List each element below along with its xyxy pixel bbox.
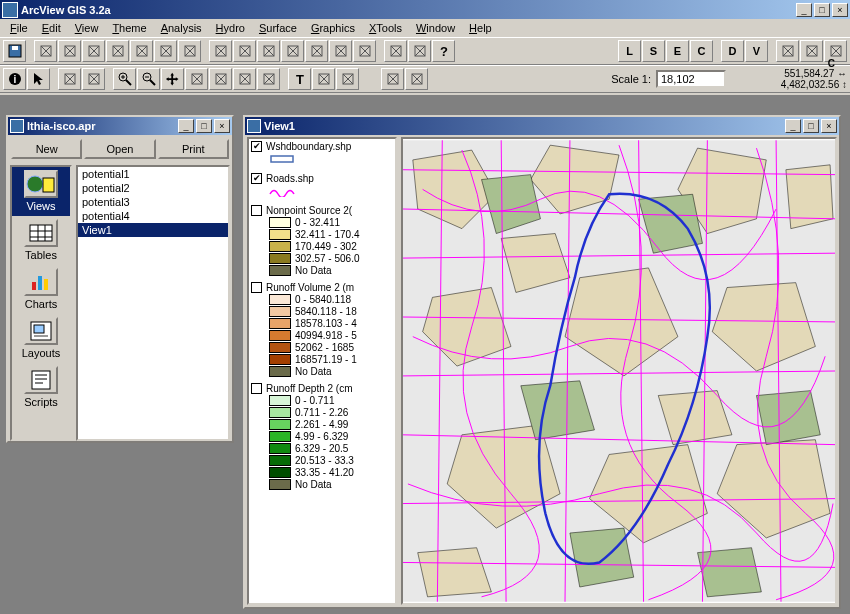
layer-checkbox[interactable]: ✔ (251, 141, 262, 152)
table-icon[interactable] (82, 40, 105, 62)
identify-icon[interactable] (209, 68, 232, 90)
zoomin-icon[interactable] (113, 68, 136, 90)
layer[interactable]: Runoff Depth 2 (cm0 - 0.7110.711 - 2.262… (251, 383, 393, 490)
maximize-button[interactable]: □ (814, 3, 830, 17)
tool-b-icon[interactable] (405, 68, 428, 90)
menu-help[interactable]: Help (463, 21, 498, 35)
menu-view[interactable]: View (69, 21, 105, 35)
sidebar-item-charts[interactable]: Charts (12, 265, 70, 314)
zoomfull-icon[interactable] (281, 40, 304, 62)
save-icon[interactable] (3, 40, 26, 62)
cross-icon[interactable] (82, 68, 105, 90)
project-titlebar[interactable]: lthia-isco.apr _ □ × (8, 117, 232, 135)
layout-icon[interactable] (130, 40, 153, 62)
pointer-icon[interactable] (27, 68, 50, 90)
legend-swatch (269, 467, 291, 478)
legend-label: 32.411 - 170.4 (295, 229, 360, 240)
open-button[interactable]: Open (84, 139, 155, 159)
letter-button-e[interactable]: E (666, 40, 689, 62)
hotlink-icon[interactable] (233, 68, 256, 90)
runner-icon[interactable] (776, 40, 799, 62)
logo-icon[interactable] (384, 40, 407, 62)
table-of-contents[interactable]: ✔Wshdboundary.shp✔Roads.shpNonpoint Sour… (247, 137, 397, 605)
zoomsel-icon[interactable] (305, 40, 328, 62)
sidebar-item-scripts[interactable]: Scripts (12, 363, 70, 412)
app-titlebar: ArcView GIS 3.2a _ □ × (0, 0, 850, 19)
lens-icon[interactable] (233, 40, 256, 62)
letter-button-c[interactable]: C (690, 40, 713, 62)
clear-icon[interactable] (353, 40, 376, 62)
layer-checkbox[interactable]: ✔ (251, 173, 262, 184)
print-button[interactable]: Print (158, 139, 229, 159)
sheet-icon[interactable] (34, 40, 57, 62)
project-minimize-button[interactable]: _ (178, 119, 194, 133)
legend-item: No Data (269, 479, 393, 490)
scale-input[interactable] (656, 70, 726, 88)
draw-icon[interactable] (312, 68, 335, 90)
menu-graphics[interactable]: Graphics (305, 21, 361, 35)
menu-window[interactable]: Window (410, 21, 461, 35)
menu-hydro[interactable]: Hydro (210, 21, 251, 35)
sidebar-item-layouts[interactable]: Layouts (12, 314, 70, 363)
text-icon[interactable]: T (288, 68, 311, 90)
measure-icon[interactable] (185, 68, 208, 90)
view-maximize-button[interactable]: □ (803, 119, 819, 133)
list-item[interactable]: potential3 (78, 195, 228, 209)
legend-label: 302.57 - 506.0 (295, 253, 360, 264)
layer-checkbox[interactable] (251, 205, 262, 216)
pan-icon[interactable] (161, 68, 184, 90)
point-icon[interactable] (336, 68, 359, 90)
dotplot-icon[interactable] (154, 40, 177, 62)
letter-button-l[interactable]: L (618, 40, 641, 62)
grid-icon[interactable] (58, 40, 81, 62)
legend-label: 20.513 - 33.3 (295, 455, 354, 466)
close-button[interactable]: × (832, 3, 848, 17)
legend-swatch (269, 229, 291, 240)
layer-checkbox[interactable] (251, 383, 262, 394)
refresh-icon[interactable] (408, 40, 431, 62)
legend-swatch (269, 395, 291, 406)
layer[interactable]: ✔Roads.shp (251, 173, 393, 199)
menu-edit[interactable]: Edit (36, 21, 67, 35)
layer[interactable]: Runoff Volume 2 (m0 - 5840.1185840.118 -… (251, 282, 393, 377)
info-icon[interactable]: i (3, 68, 26, 90)
relation-icon[interactable] (800, 40, 823, 62)
menu-analysis[interactable]: Analysis (155, 21, 208, 35)
find-icon[interactable] (209, 40, 232, 62)
legend-swatch (269, 217, 291, 228)
query-icon[interactable] (257, 40, 280, 62)
view-titlebar[interactable]: View1 _ □ × (245, 117, 839, 135)
select-icon[interactable] (329, 40, 352, 62)
menu-xtools[interactable]: XTools (363, 21, 408, 35)
project-maximize-button[interactable]: □ (196, 119, 212, 133)
view-minimize-button[interactable]: _ (785, 119, 801, 133)
map-canvas[interactable] (401, 137, 837, 605)
view-close-button[interactable]: × (821, 119, 837, 133)
label-icon[interactable] (257, 68, 280, 90)
tool-a-icon[interactable] (381, 68, 404, 90)
letter-button-d[interactable]: D (721, 40, 744, 62)
layer[interactable]: Nonpoint Source 2(0 - 32.41132.411 - 170… (251, 205, 393, 276)
list-item[interactable]: potential1 (78, 167, 228, 181)
brush-icon[interactable] (178, 40, 201, 62)
help-icon[interactable]: ? (432, 40, 455, 62)
legend-label: 168571.19 - 1 (295, 354, 357, 365)
layer[interactable]: ✔Wshdboundary.shp (251, 141, 393, 167)
new-button[interactable]: New (11, 139, 82, 159)
project-close-button[interactable]: × (214, 119, 230, 133)
crosshair-icon[interactable] (58, 68, 81, 90)
list-item[interactable]: potential2 (78, 181, 228, 195)
list-item[interactable]: View1 (78, 223, 228, 237)
list-item[interactable]: potential4 (78, 209, 228, 223)
letter-button-v[interactable]: V (745, 40, 768, 62)
menu-theme[interactable]: Theme (106, 21, 152, 35)
minimize-button[interactable]: _ (796, 3, 812, 17)
menu-file[interactable]: File (4, 21, 34, 35)
sidebar-item-views[interactable]: Views (12, 167, 70, 216)
layer-checkbox[interactable] (251, 282, 262, 293)
sidebar-item-tables[interactable]: Tables (12, 216, 70, 265)
chart-icon[interactable] (106, 40, 129, 62)
zoomout-icon[interactable] (137, 68, 160, 90)
letter-button-s[interactable]: S (642, 40, 665, 62)
menu-surface[interactable]: Surface (253, 21, 303, 35)
